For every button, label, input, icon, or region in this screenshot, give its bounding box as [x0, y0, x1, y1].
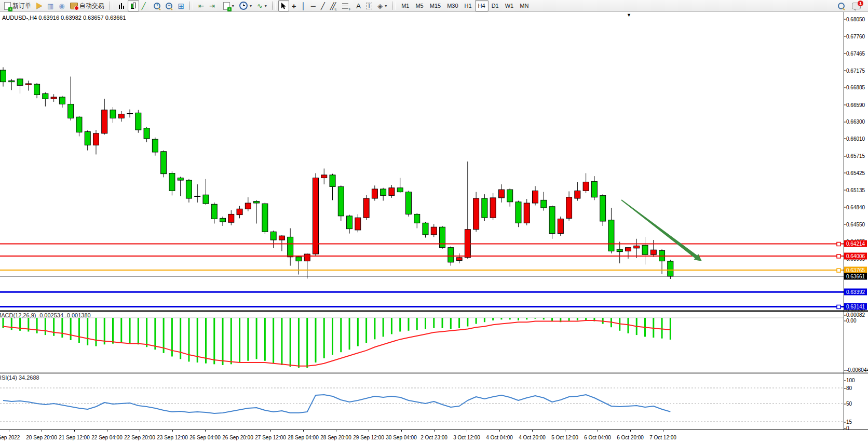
- time-axis-tick: [107, 430, 107, 432]
- candle-body: [245, 203, 251, 209]
- time-axis-tick: [336, 430, 336, 432]
- macd-signal-line: [3, 320, 670, 366]
- time-axis-label: 26 Sep 20:00: [222, 435, 253, 440]
- candle-body: [68, 104, 74, 118]
- time-axis-label: 28 Sep 20:00: [320, 435, 351, 440]
- candle-body: [381, 189, 386, 195]
- candle-body: [34, 84, 40, 95]
- price-axis-tick: 0.67465: [846, 50, 865, 56]
- candle-body: [389, 188, 395, 196]
- indicator-axis-tick: -0.006044: [846, 367, 868, 373]
- candle-body: [228, 214, 234, 222]
- candle-body: [566, 197, 572, 219]
- indicator-axis-tick: 0: [846, 425, 849, 431]
- candle-body: [296, 257, 302, 261]
- time-axis-tick: [401, 430, 402, 432]
- candle-body: [617, 249, 622, 252]
- time-axis-label: 20 Sep 20:00: [26, 435, 57, 440]
- candle-body: [363, 198, 369, 218]
- price-tag: 0.63392: [844, 289, 867, 296]
- candle-body: [634, 246, 640, 248]
- candle-body: [498, 190, 504, 198]
- time-axis-label: 28 Sep 04:00: [288, 435, 319, 440]
- indicator-axis-tick: 0.00: [846, 318, 856, 324]
- indicator-axis-tick: 80: [846, 385, 852, 391]
- price-axis-tick: 0.65715: [846, 153, 865, 159]
- time-axis-tick: [369, 430, 369, 432]
- time-axis-label: 21 Sep 12:00: [59, 435, 90, 440]
- candle-body: [17, 79, 23, 85]
- price-axis-tick: 0.67175: [846, 68, 865, 73]
- time-axis-tick: [499, 430, 500, 432]
- time-axis-label: Sep 2022: [0, 435, 20, 440]
- candle-body: [423, 223, 428, 235]
- chart-shift-marker-icon[interactable]: ▼: [627, 12, 631, 18]
- candle-body: [203, 195, 209, 204]
- candle-body: [220, 218, 226, 222]
- time-axis-label: 26 Sep 04:00: [189, 435, 221, 440]
- candle-body: [93, 133, 99, 145]
- time-axis-label: 7 Oct 12:00: [649, 435, 676, 440]
- price-tag: 0.64214: [844, 240, 867, 247]
- candle-body: [9, 80, 15, 82]
- price-axis-tick: 0.66885: [846, 85, 865, 90]
- price-axis-tick: 0.68050: [846, 16, 865, 22]
- candle-body: [102, 110, 107, 133]
- candle-body: [288, 237, 293, 257]
- time-axis-label: 29 Sep 12:00: [353, 435, 384, 440]
- candle-body: [650, 250, 656, 254]
- candle-body: [347, 216, 352, 229]
- candle-body: [279, 236, 284, 240]
- price-tag: 0.64006: [844, 252, 867, 259]
- candle-body: [516, 202, 521, 223]
- indicator-axis-tick: 0.00082: [846, 312, 865, 318]
- candle-body: [541, 200, 547, 208]
- candle-body: [254, 202, 260, 203]
- line-handle: [837, 242, 840, 246]
- time-axis-tick: [172, 430, 173, 432]
- candle-body: [270, 232, 276, 240]
- time-axis-tick: [598, 430, 598, 432]
- price-tag: 0.63141: [844, 303, 867, 310]
- symbol-quote-line: AUDUSD-,H4 0.63916 0.63982 0.63657 0.636…: [2, 15, 126, 21]
- candle-body: [1, 70, 6, 82]
- candle-body: [144, 128, 150, 139]
- time-axis-label: 23 Sep 12:00: [157, 435, 188, 440]
- candle-body: [608, 220, 614, 251]
- time-axis-tick: [205, 430, 206, 432]
- rsi-line: [3, 395, 670, 413]
- time-axis-label: 27 Sep 12:00: [255, 435, 286, 440]
- candle-body: [313, 178, 318, 254]
- candle-body: [76, 117, 82, 132]
- candle-body: [372, 189, 377, 198]
- time-axis-tick: [565, 430, 565, 432]
- indicator-axis-tick: 50: [846, 401, 852, 407]
- candle-body: [575, 191, 580, 198]
- time-axis-tick: [467, 430, 467, 432]
- price-axis-tick: 0.66010: [846, 136, 865, 141]
- candle-body: [591, 181, 597, 197]
- indicator-axis-tick: 100: [846, 378, 855, 383]
- time-axis-tick: [532, 430, 533, 432]
- time-axis-label: 6 Oct 04:00: [584, 435, 611, 440]
- candle-body: [152, 139, 158, 152]
- time-axis-tick: [303, 430, 304, 432]
- chart-canvas[interactable]: [0, 0, 868, 443]
- candle-body: [211, 204, 217, 219]
- candle-body: [304, 254, 310, 261]
- candle-body: [237, 209, 242, 214]
- candle-body: [118, 114, 124, 118]
- candle-body: [186, 180, 192, 198]
- candle-body: [178, 178, 183, 181]
- time-axis-label: 22 Sep 04:00: [91, 435, 123, 440]
- candle-body: [330, 175, 335, 187]
- candle-body: [507, 190, 513, 202]
- candle-body: [490, 198, 496, 218]
- time-axis-tick: [434, 430, 435, 432]
- time-axis-tick: [270, 430, 271, 432]
- candle-body: [110, 110, 116, 118]
- time-axis-tick: [140, 430, 140, 432]
- candle-body: [51, 97, 57, 99]
- mt4-window: + 新订单 ▥ ◉ 自动交易 ╱ + − ⊞ ⇤ ⇥ +▾: [0, 0, 868, 443]
- candle-body: [397, 188, 403, 192]
